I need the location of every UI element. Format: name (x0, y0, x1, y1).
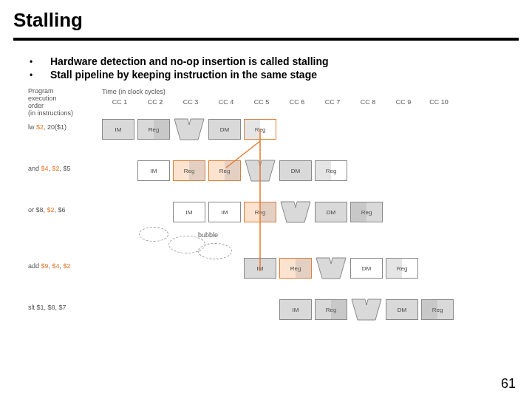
bullet-list: •Hardware detection and no-op insertion … (30, 55, 532, 81)
cycle-label: CC 6 (279, 98, 315, 106)
pipeline-stage: IM (173, 202, 205, 222)
pipeline-stage: DM (208, 119, 241, 140)
pipeline-stage: DM (350, 258, 383, 279)
cycle-label: CC 3 (173, 98, 208, 106)
cycle-label: CC 10 (421, 98, 457, 106)
pipeline-stage: IM (279, 299, 312, 320)
instruction-row: and $4, $2, $5IMRegRegDMReg (28, 156, 516, 185)
alu-stage (350, 298, 383, 321)
pipeline-stage: IM (244, 258, 276, 279)
cycle-label: CC 9 (386, 98, 421, 106)
pipeline-stage: DM (279, 160, 312, 181)
slide-title: Stalling (0, 0, 532, 38)
bullet-dot: • (30, 69, 50, 81)
title-divider (13, 38, 519, 41)
instruction-row: slt $1, $8, $7IMRegDMReg (28, 295, 516, 324)
bullet-item: •Stall pipeline by keeping instruction i… (30, 69, 532, 81)
bubble-oval (139, 227, 168, 242)
time-axis-label: Time (in clock cycles) (102, 88, 166, 95)
instruction-label: lw $2, 20($1) (28, 123, 66, 131)
pipeline-stage: IM (137, 160, 170, 181)
cycle-label: CC 4 (208, 98, 244, 106)
cycle-label: CC 7 (315, 98, 350, 106)
bubble-label: bubble (198, 231, 218, 239)
instruction-row: lw $2, 20($1)IMRegDMReg (28, 115, 516, 144)
pipeline-stage: IM (208, 202, 241, 222)
alu-stage (315, 256, 347, 280)
page-number: 61 (501, 376, 516, 392)
pipeline-stage: IM (102, 119, 134, 140)
bullet-text: Hardware detection and no-op insertion i… (50, 55, 329, 67)
bubble-oval (198, 243, 232, 259)
cycle-label: CC 2 (137, 98, 173, 106)
instruction-row: or $8, $2, $6IMIMRegDMReg (28, 197, 516, 227)
cycle-label: CC 1 (102, 98, 137, 106)
pipeline-stage: DM (386, 299, 418, 320)
cycle-label: CC 5 (244, 98, 279, 106)
program-order-label: Programexecutionorder(in instructions) (28, 88, 87, 117)
alu-stage (173, 117, 205, 141)
instruction-row: add $9, $4, $2IMRegDMReg (28, 253, 516, 283)
instruction-label: or $8, $2, $6 (28, 206, 66, 214)
bullet-item: •Hardware detection and no-op insertion … (30, 55, 532, 67)
instruction-label: and $4, $2, $5 (28, 165, 71, 172)
alu-stage (244, 159, 276, 183)
cycle-label: CC 8 (350, 98, 386, 106)
bullet-text: Stall pipeline by keeping instruction in… (50, 69, 317, 81)
bullet-dot: • (30, 55, 50, 67)
instruction-label: slt $1, $8, $7 (28, 304, 66, 311)
instruction-label: add $9, $4, $2 (28, 262, 71, 270)
pipeline-stage: DM (315, 202, 347, 222)
pipeline-diagram: Programexecutionorder(in instructions)Ti… (28, 88, 516, 332)
alu-stage (279, 200, 312, 224)
